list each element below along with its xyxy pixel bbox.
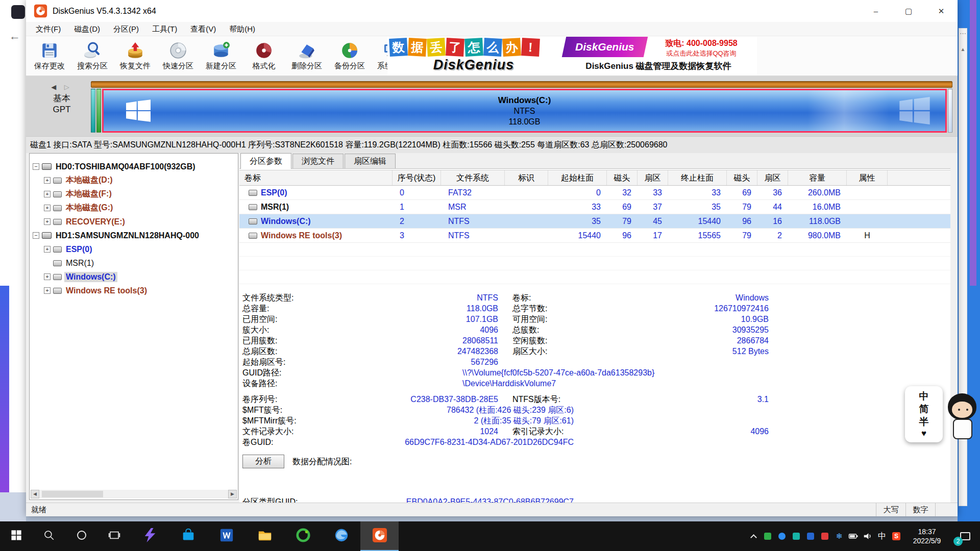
column-header-item[interactable]: 起始柱面	[548, 170, 607, 185]
partition-windows-c[interactable]: Windows(C:) NTFS 118.0GB	[102, 89, 947, 133]
sidebar-item-hd0-toshibamq04abf100-932gb[interactable]: −HD0:TOSHIBAMQ04ABF100(932GB)	[31, 160, 237, 173]
search-button[interactable]	[33, 521, 65, 551]
scroll-up-icon[interactable]: ▲	[959, 46, 967, 52]
column-header-item[interactable]: 磁头	[607, 170, 638, 185]
menu-d[interactable]: 磁盘(D)	[67, 22, 107, 36]
tray-expand-chevron-icon[interactable]	[746, 521, 761, 551]
tree-expand-icon[interactable]: +	[44, 246, 51, 253]
detail-row: GUID路径:\\?\Volume{fcf0fc5b-5207-47ce-a60…	[239, 367, 950, 378]
column-header-item[interactable]: 序号(状态)	[393, 170, 441, 185]
tree-expand-icon[interactable]: −	[33, 163, 39, 170]
column-header-item[interactable]: 属性	[847, 170, 888, 185]
column-header-item[interactable]: 扇区	[757, 170, 788, 185]
teal-app-icon[interactable]	[789, 521, 803, 551]
close-button[interactable]: ✕	[925, 0, 958, 22]
next-disk-button[interactable]: ▷	[64, 83, 72, 91]
ime-chinese-icon[interactable]: 中	[875, 521, 889, 551]
toolbar-item[interactable]: 恢复文件	[114, 37, 157, 75]
antivirus-green-icon[interactable]	[761, 521, 775, 551]
detail-label: GUID路径:	[242, 367, 281, 378]
app-browser-green[interactable]	[284, 521, 322, 551]
tree-expand-icon[interactable]: +	[44, 205, 51, 211]
menu-p[interactable]: 分区(P)	[107, 22, 145, 36]
toolbar-item[interactable]: 备份分区	[328, 37, 371, 75]
app-thunder[interactable]	[131, 521, 169, 551]
tree-expand-icon[interactable]: +	[44, 177, 51, 184]
prev-disk-button[interactable]: ◀	[51, 83, 59, 91]
ime-card[interactable]: 中简半♥	[905, 386, 943, 442]
battery-icon[interactable]	[846, 521, 861, 551]
column-header-item[interactable]: 容量	[788, 170, 847, 185]
column-header-item[interactable]: 标识	[505, 170, 548, 185]
menu-t[interactable]: 工具(T)	[145, 22, 184, 36]
analyze-button[interactable]: 分析	[242, 455, 284, 468]
tab-item[interactable]: 分区参数	[240, 153, 291, 169]
sidebar-item-windows-re-tools-3[interactable]: +Windows RE tools(3)	[31, 284, 237, 297]
ime-status-widget[interactable]: 中简半♥	[905, 386, 980, 442]
sidebar-item-esp-0[interactable]: +ESP(0)	[31, 242, 237, 256]
app-diskgenius[interactable]	[360, 521, 399, 551]
tab-item[interactable]: 扇区编辑	[345, 154, 396, 168]
tree-expand-icon[interactable]: +	[44, 287, 51, 294]
sogou-input-icon[interactable]: S	[889, 521, 903, 551]
banner-right-block: DiskGenius 致电: 400-008-9958 或点击此处选择QQ咨询 …	[560, 37, 757, 75]
scrollbar-thumb[interactable]	[42, 491, 103, 497]
app-file-explorer[interactable]	[246, 521, 284, 551]
app-word[interactable]	[207, 521, 246, 551]
cell: 79	[727, 200, 757, 214]
sidebar-item-recovery-e[interactable]: +RECOVERY(E:)	[31, 215, 237, 229]
toolbar-item[interactable]: 格式化	[242, 37, 285, 75]
column-header-item[interactable]: 文件系统	[441, 170, 505, 185]
toolbar-item[interactable]: 保存更改	[28, 37, 71, 75]
blue-circle-app-icon[interactable]	[775, 521, 789, 551]
tree-expand-icon[interactable]: +	[44, 191, 51, 197]
partition-esp-strip[interactable]	[91, 89, 95, 133]
table-row-msr-1[interactable]: MSR(1)1MSR33693735794416.0MB	[239, 200, 950, 214]
toolbar-item[interactable]: 新建分区	[200, 37, 242, 75]
tree-expand-icon[interactable]: −	[33, 232, 39, 239]
sidebar-item-msr-1[interactable]: MSR(1)	[31, 256, 237, 270]
toolbar-item[interactable]: 快速分区	[157, 37, 200, 75]
cell: 69	[727, 186, 757, 199]
ad-banner[interactable]: 数据丢了怎么办！ DiskGenius DiskGenius 致电: 400-0…	[387, 37, 757, 75]
partition-re-tools-strip[interactable]	[948, 89, 952, 133]
maximize-button[interactable]: ▢	[892, 0, 925, 22]
app-store[interactable]	[169, 521, 207, 551]
taskbar-clock[interactable]: 18:37 2022/5/9	[903, 521, 950, 551]
column-header-item[interactable]: 卷标	[239, 170, 393, 185]
messenger-blue-icon[interactable]	[803, 521, 818, 551]
start-button[interactable]	[0, 521, 33, 551]
menu-h[interactable]: 帮助(H)	[223, 22, 262, 36]
tree-expand-icon[interactable]: +	[44, 218, 51, 225]
menu-f[interactable]: 文件(F)	[29, 22, 67, 36]
sidebar-horizontal-scrollbar[interactable]: ◀ ▶	[31, 490, 237, 498]
partition-msr-strip[interactable]	[96, 89, 101, 133]
table-row-windows-re-tools-3[interactable]: Windows RE tools(3)3NTFS1544096171556579…	[239, 229, 950, 243]
scroll-right-button[interactable]: ▶	[228, 490, 237, 498]
scroll-left-button[interactable]: ◀	[31, 490, 39, 498]
sidebar-item-d[interactable]: +本地磁盘(D:)	[31, 173, 237, 187]
app-edge[interactable]	[322, 521, 360, 551]
column-header-item[interactable]: 终止柱面	[668, 170, 727, 185]
sidebar-item-g[interactable]: +本地磁盘(G:)	[31, 201, 237, 215]
banner-phone-label[interactable]: 致电: 400-008-9958	[646, 38, 757, 49]
sidebar-item-hd1-samsungmznln128hahq-000[interactable]: −HD1:SAMSUNGMZNLN128HAHQ-000	[31, 229, 237, 242]
toolbar-item[interactable]: 搜索分区	[71, 37, 114, 75]
notification-center-button[interactable]: 2	[950, 521, 980, 551]
column-header-item[interactable]: 磁头	[727, 170, 757, 185]
menu-v[interactable]: 查看(V)	[184, 22, 223, 36]
table-row-esp-0[interactable]: ESP(0)0FAT3203233336936260.0MB	[239, 186, 950, 200]
sidebar-item-windows-c[interactable]: +Windows(C:)	[31, 270, 237, 284]
task-view-button[interactable]	[98, 521, 131, 551]
minimize-button[interactable]: –	[860, 0, 892, 22]
tree-expand-icon[interactable]: +	[44, 273, 51, 280]
volume-icon[interactable]	[861, 521, 875, 551]
sidebar-item-f[interactable]: +本地磁盘(F:)	[31, 187, 237, 201]
table-row-windows-c[interactable]: Windows(C:)2NTFS357945154409616118.0GB	[239, 214, 950, 229]
tab-item[interactable]: 浏览文件	[292, 154, 344, 168]
column-header-item[interactable]: 扇区	[638, 170, 668, 185]
cortana-button[interactable]	[65, 521, 98, 551]
snowflake-app-icon[interactable]: ❄	[832, 521, 846, 551]
toolbar-item[interactable]: 删除分区	[285, 37, 328, 75]
red-app-icon[interactable]	[818, 521, 832, 551]
